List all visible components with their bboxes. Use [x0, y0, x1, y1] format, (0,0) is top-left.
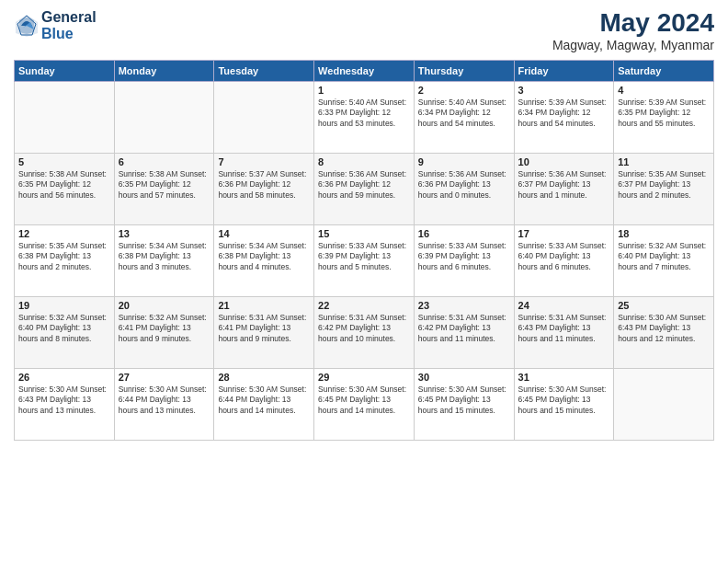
- day-number: 20: [119, 300, 210, 311]
- day-cell: 11Sunrise: 5:35 AM Sunset: 6:37 PM Dayli…: [614, 153, 714, 224]
- day-info: Sunrise: 5:40 AM Sunset: 6:33 PM Dayligh…: [318, 98, 410, 129]
- day-info: Sunrise: 5:33 AM Sunset: 6:39 PM Dayligh…: [418, 241, 510, 272]
- header-tuesday: Tuesday: [214, 60, 314, 81]
- day-info: Sunrise: 5:31 AM Sunset: 6:43 PM Dayligh…: [518, 313, 610, 344]
- day-cell: 12Sunrise: 5:35 AM Sunset: 6:38 PM Dayli…: [15, 224, 115, 296]
- day-number: 16: [418, 228, 510, 239]
- day-info: Sunrise: 5:30 AM Sunset: 6:43 PM Dayligh…: [18, 385, 110, 416]
- day-info: Sunrise: 5:30 AM Sunset: 6:45 PM Dayligh…: [518, 385, 610, 416]
- day-info: Sunrise: 5:31 AM Sunset: 6:42 PM Dayligh…: [318, 313, 410, 344]
- day-info: Sunrise: 5:35 AM Sunset: 6:38 PM Dayligh…: [18, 241, 110, 272]
- header-wednesday: Wednesday: [314, 60, 415, 81]
- day-number: 21: [218, 300, 310, 311]
- day-info: Sunrise: 5:33 AM Sunset: 6:39 PM Dayligh…: [318, 241, 410, 272]
- day-number: 27: [119, 372, 210, 383]
- day-info: Sunrise: 5:39 AM Sunset: 6:35 PM Dayligh…: [618, 98, 710, 129]
- day-cell: [114, 81, 214, 153]
- day-cell: 7Sunrise: 5:37 AM Sunset: 6:36 PM Daylig…: [214, 153, 314, 224]
- day-info: Sunrise: 5:39 AM Sunset: 6:34 PM Dayligh…: [518, 98, 610, 129]
- week-row-3: 12Sunrise: 5:35 AM Sunset: 6:38 PM Dayli…: [15, 224, 714, 296]
- logo-icon: [14, 13, 40, 39]
- day-number: 19: [18, 300, 110, 311]
- day-cell: 16Sunrise: 5:33 AM Sunset: 6:39 PM Dayli…: [414, 224, 514, 296]
- day-cell: 5Sunrise: 5:38 AM Sunset: 6:35 PM Daylig…: [15, 153, 115, 224]
- day-cell: 20Sunrise: 5:32 AM Sunset: 6:41 PM Dayli…: [114, 296, 214, 368]
- day-number: 11: [618, 156, 710, 167]
- day-number: 8: [318, 156, 410, 167]
- day-number: 5: [18, 156, 110, 167]
- day-info: Sunrise: 5:32 AM Sunset: 6:40 PM Dayligh…: [18, 313, 110, 344]
- day-number: 4: [618, 85, 710, 96]
- day-cell: [614, 368, 714, 440]
- day-number: 2: [418, 85, 510, 96]
- day-cell: 6Sunrise: 5:38 AM Sunset: 6:35 PM Daylig…: [114, 153, 214, 224]
- day-info: Sunrise: 5:37 AM Sunset: 6:36 PM Dayligh…: [218, 169, 310, 201]
- day-info: Sunrise: 5:38 AM Sunset: 6:35 PM Dayligh…: [18, 169, 110, 201]
- week-row-4: 19Sunrise: 5:32 AM Sunset: 6:40 PM Dayli…: [15, 296, 714, 368]
- day-number: 22: [318, 300, 410, 311]
- day-cell: 25Sunrise: 5:30 AM Sunset: 6:43 PM Dayli…: [614, 296, 714, 368]
- day-cell: 2Sunrise: 5:40 AM Sunset: 6:34 PM Daylig…: [414, 81, 514, 153]
- calendar-header-row: SundayMondayTuesdayWednesdayThursdayFrid…: [15, 60, 714, 81]
- day-cell: 31Sunrise: 5:30 AM Sunset: 6:45 PM Dayli…: [514, 368, 614, 440]
- day-number: 23: [418, 300, 510, 311]
- day-info: Sunrise: 5:34 AM Sunset: 6:38 PM Dayligh…: [119, 241, 210, 272]
- day-number: 28: [218, 372, 310, 383]
- day-cell: 22Sunrise: 5:31 AM Sunset: 6:42 PM Dayli…: [314, 296, 415, 368]
- day-number: 13: [119, 228, 210, 239]
- day-info: Sunrise: 5:31 AM Sunset: 6:41 PM Dayligh…: [218, 313, 310, 344]
- day-info: Sunrise: 5:33 AM Sunset: 6:40 PM Dayligh…: [518, 241, 610, 272]
- day-cell: 4Sunrise: 5:39 AM Sunset: 6:35 PM Daylig…: [614, 81, 714, 153]
- day-number: 3: [518, 85, 610, 96]
- page: General Blue May 2024 Magway, Magway, My…: [0, 0, 728, 563]
- logo-text: General Blue: [41, 9, 97, 41]
- day-number: 24: [518, 300, 610, 311]
- day-cell: 15Sunrise: 5:33 AM Sunset: 6:39 PM Dayli…: [314, 224, 415, 296]
- day-number: 31: [518, 372, 610, 383]
- day-info: Sunrise: 5:32 AM Sunset: 6:41 PM Dayligh…: [119, 313, 210, 344]
- day-number: 17: [518, 228, 610, 239]
- day-number: 18: [618, 228, 710, 239]
- day-info: Sunrise: 5:36 AM Sunset: 6:37 PM Dayligh…: [518, 169, 610, 201]
- day-cell: 8Sunrise: 5:36 AM Sunset: 6:36 PM Daylig…: [314, 153, 415, 224]
- day-number: 7: [218, 156, 310, 167]
- day-number: 29: [318, 372, 410, 383]
- day-cell: 10Sunrise: 5:36 AM Sunset: 6:37 PM Dayli…: [514, 153, 614, 224]
- day-cell: 30Sunrise: 5:30 AM Sunset: 6:45 PM Dayli…: [414, 368, 514, 440]
- day-number: 6: [119, 156, 210, 167]
- day-cell: [15, 81, 115, 153]
- location: Magway, Magway, Myanmar: [552, 38, 714, 52]
- day-cell: 17Sunrise: 5:33 AM Sunset: 6:40 PM Dayli…: [514, 224, 614, 296]
- day-info: Sunrise: 5:40 AM Sunset: 6:34 PM Dayligh…: [418, 98, 510, 129]
- day-cell: 13Sunrise: 5:34 AM Sunset: 6:38 PM Dayli…: [114, 224, 214, 296]
- day-cell: 9Sunrise: 5:36 AM Sunset: 6:36 PM Daylig…: [414, 153, 514, 224]
- header-friday: Friday: [514, 60, 614, 81]
- day-info: Sunrise: 5:31 AM Sunset: 6:42 PM Dayligh…: [418, 313, 510, 344]
- day-number: 15: [318, 228, 410, 239]
- day-cell: 3Sunrise: 5:39 AM Sunset: 6:34 PM Daylig…: [514, 81, 614, 153]
- day-info: Sunrise: 5:34 AM Sunset: 6:38 PM Dayligh…: [218, 241, 310, 272]
- day-number: 9: [418, 156, 510, 167]
- day-cell: 1Sunrise: 5:40 AM Sunset: 6:33 PM Daylig…: [314, 81, 415, 153]
- day-cell: 27Sunrise: 5:30 AM Sunset: 6:44 PM Dayli…: [114, 368, 214, 440]
- day-cell: 21Sunrise: 5:31 AM Sunset: 6:41 PM Dayli…: [214, 296, 314, 368]
- day-info: Sunrise: 5:30 AM Sunset: 6:45 PM Dayligh…: [318, 385, 410, 416]
- day-info: Sunrise: 5:35 AM Sunset: 6:37 PM Dayligh…: [618, 169, 710, 201]
- header: General Blue May 2024 Magway, Magway, My…: [14, 9, 714, 52]
- day-cell: 23Sunrise: 5:31 AM Sunset: 6:42 PM Dayli…: [414, 296, 514, 368]
- day-info: Sunrise: 5:36 AM Sunset: 6:36 PM Dayligh…: [418, 169, 510, 201]
- month-year: May 2024: [552, 9, 714, 38]
- day-number: 26: [18, 372, 110, 383]
- day-number: 30: [418, 372, 510, 383]
- title-block: May 2024 Magway, Magway, Myanmar: [552, 9, 714, 52]
- day-info: Sunrise: 5:30 AM Sunset: 6:44 PM Dayligh…: [218, 385, 310, 416]
- day-number: 14: [218, 228, 310, 239]
- day-number: 1: [318, 85, 410, 96]
- week-row-2: 5Sunrise: 5:38 AM Sunset: 6:35 PM Daylig…: [15, 153, 714, 224]
- day-cell: 19Sunrise: 5:32 AM Sunset: 6:40 PM Dayli…: [15, 296, 115, 368]
- day-cell: 26Sunrise: 5:30 AM Sunset: 6:43 PM Dayli…: [15, 368, 115, 440]
- day-info: Sunrise: 5:30 AM Sunset: 6:44 PM Dayligh…: [119, 385, 210, 416]
- day-number: 12: [18, 228, 110, 239]
- day-info: Sunrise: 5:36 AM Sunset: 6:36 PM Dayligh…: [318, 169, 410, 201]
- day-info: Sunrise: 5:30 AM Sunset: 6:45 PM Dayligh…: [418, 385, 510, 416]
